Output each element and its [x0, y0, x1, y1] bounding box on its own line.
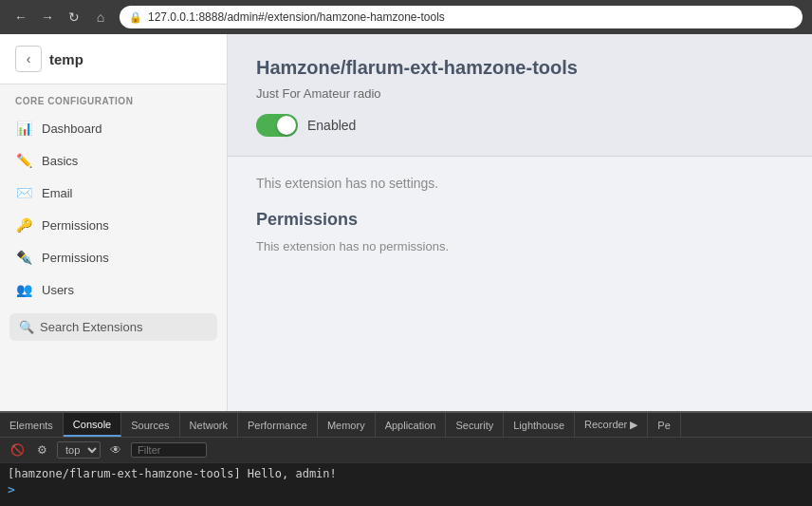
- sidebar-item-label: Users: [42, 283, 74, 297]
- permissions-section: Permissions This extension has no permis…: [256, 210, 784, 253]
- devtools-tab-application[interactable]: Application: [376, 413, 447, 437]
- sidebar-item-label: Permissions: [42, 218, 109, 233]
- sidebar-section-label: CORE CONFIGURATION: [0, 84, 227, 112]
- console-message-line: [hamzone/flarum-ext-hamzone-tools] Hello…: [8, 467, 804, 480]
- sidebar: ‹ temp CORE CONFIGURATION 📊 Dashboard ✏️…: [0, 34, 228, 411]
- toggle-row: Enabled: [256, 114, 784, 137]
- extension-header: Hamzone/flarum-ext-hamzone-tools Just Fo…: [228, 34, 812, 157]
- basics-icon: ✏️: [15, 153, 32, 168]
- clear-console-button[interactable]: 🚫: [8, 440, 27, 459]
- permissions-text: This extension has no permissions.: [256, 239, 784, 253]
- devtools-tab-recorder[interactable]: Recorder ▶: [575, 413, 648, 437]
- sidebar-nav: 📊 Dashboard ✏️ Basics ✉️ Email 🔑 Permiss…: [0, 112, 227, 306]
- devtools-tab-console[interactable]: Console: [64, 413, 121, 437]
- lock-icon: 🔒: [129, 11, 142, 24]
- settings-icon-button[interactable]: ⚙: [32, 440, 51, 459]
- toggle-label: Enabled: [307, 118, 356, 133]
- search-extensions-area[interactable]: 🔍 Search Extensions: [9, 313, 217, 341]
- context-select[interactable]: top: [57, 441, 101, 459]
- devtools-tabs: Elements Console Sources Network Perform…: [0, 413, 812, 438]
- sidebar-item-label: Basics: [42, 154, 78, 168]
- appearance-icon: ✒️: [15, 250, 32, 265]
- permissions-title: Permissions: [256, 210, 784, 230]
- sidebar-header: ‹ temp: [0, 34, 227, 84]
- devtools-tab-security[interactable]: Security: [446, 413, 504, 437]
- extension-title: Hamzone/flarum-ext-hamzone-tools: [256, 57, 784, 79]
- devtools-content: [hamzone/flarum-ext-hamzone-tools] Hello…: [0, 463, 812, 506]
- browser-chrome: ← → ↻ ⌂ 🔒 127.0.0.1:8888/admin#/extensio…: [0, 0, 812, 34]
- sidebar-back-button[interactable]: ‹: [15, 46, 42, 72]
- devtools-tab-memory[interactable]: Memory: [318, 413, 376, 437]
- nav-buttons: ← → ↻ ⌂: [9, 6, 112, 28]
- sidebar-item-email[interactable]: ✉️ Email: [0, 177, 227, 209]
- console-input-line: >: [8, 482, 804, 497]
- sidebar-item-label: Permissions: [42, 251, 109, 265]
- content-area: Hamzone/flarum-ext-hamzone-tools Just Fo…: [228, 34, 812, 411]
- reload-nav-button[interactable]: ↻: [63, 6, 85, 28]
- app-area: ‹ temp CORE CONFIGURATION 📊 Dashboard ✏️…: [0, 34, 812, 411]
- forward-nav-button[interactable]: →: [36, 6, 59, 28]
- url-text: 127.0.0.1:8888/admin#/extension/hamzone-…: [148, 10, 445, 24]
- sidebar-title: temp: [49, 51, 83, 67]
- no-settings-text: This extension has no settings.: [256, 176, 784, 191]
- search-icon: 🔍: [19, 320, 34, 334]
- extension-body: This extension has no settings. Permissi…: [228, 157, 812, 272]
- users-icon: 👥: [15, 282, 32, 297]
- enabled-toggle[interactable]: [256, 114, 298, 137]
- permissions-icon: 🔑: [15, 217, 32, 233]
- sidebar-item-basics[interactable]: ✏️ Basics: [0, 144, 227, 177]
- devtools-tab-elements[interactable]: Elements: [0, 413, 64, 437]
- sidebar-item-permissions[interactable]: 🔑 Permissions: [0, 209, 227, 241]
- back-nav-button[interactable]: ←: [9, 6, 32, 28]
- devtools-toolbar: 🚫 ⚙ top 👁: [0, 438, 812, 463]
- devtools-tab-lighthouse[interactable]: Lighthouse: [504, 413, 575, 437]
- sidebar-item-label: Email: [42, 186, 73, 200]
- search-extensions-label: Search Extensions: [40, 320, 142, 334]
- eye-icon-button[interactable]: 👁: [106, 440, 125, 459]
- sidebar-item-dashboard[interactable]: 📊 Dashboard: [0, 112, 227, 144]
- address-bar[interactable]: 🔒 127.0.0.1:8888/admin#/extension/hamzon…: [120, 6, 803, 28]
- console-prompt: >: [8, 482, 15, 497]
- devtools-tab-more[interactable]: Pe: [648, 413, 680, 437]
- devtools-panel: Elements Console Sources Network Perform…: [0, 411, 812, 506]
- filter-input[interactable]: [131, 442, 207, 458]
- sidebar-item-appearance[interactable]: ✒️ Permissions: [0, 241, 227, 273]
- home-nav-button[interactable]: ⌂: [89, 6, 112, 28]
- sidebar-item-label: Dashboard: [42, 122, 102, 136]
- devtools-tab-performance[interactable]: Performance: [238, 413, 318, 437]
- devtools-tab-network[interactable]: Network: [180, 413, 238, 437]
- email-icon: ✉️: [15, 185, 32, 200]
- dashboard-icon: 📊: [15, 121, 32, 136]
- toggle-knob: [277, 116, 296, 135]
- extension-description: Just For Amateur radio: [256, 86, 784, 101]
- devtools-tab-sources[interactable]: Sources: [121, 413, 179, 437]
- sidebar-item-users[interactable]: 👥 Users: [0, 273, 227, 306]
- console-message-text: [hamzone/flarum-ext-hamzone-tools] Hello…: [8, 467, 337, 480]
